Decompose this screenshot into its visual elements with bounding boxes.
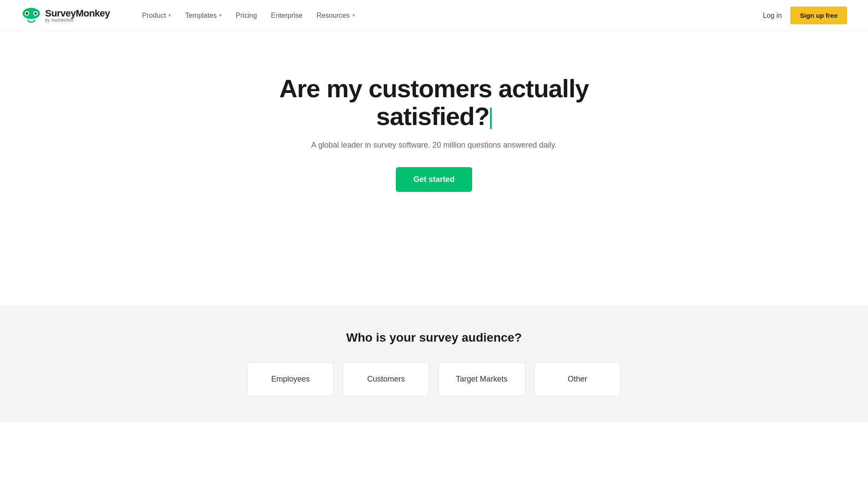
hero-section: Are my customers actually satisfied? A g… bbox=[0, 31, 868, 305]
login-link[interactable]: Log in bbox=[763, 12, 782, 20]
nav-item-resources[interactable]: Resources ▾ bbox=[310, 8, 361, 23]
svg-point-4 bbox=[35, 12, 37, 14]
hero-title-text: Are my customers actually satisfied? bbox=[279, 74, 589, 130]
chevron-down-icon-resources: ▾ bbox=[352, 13, 355, 18]
signup-button[interactable]: Sign up free bbox=[790, 7, 847, 24]
logo-brand-name: SurveyMonkey bbox=[45, 9, 110, 18]
svg-point-3 bbox=[26, 12, 28, 14]
nav-links: Product ▾ Templates ▾ Pricing Enterprise… bbox=[136, 8, 361, 23]
logo-sub-brand: by momentive bbox=[45, 18, 110, 23]
chevron-down-icon-templates: ▾ bbox=[219, 13, 222, 18]
logo-icon bbox=[21, 7, 42, 24]
audience-card-other[interactable]: Other bbox=[534, 362, 621, 396]
audience-card-target-markets[interactable]: Target Markets bbox=[438, 362, 525, 396]
audience-label-target-markets: Target Markets bbox=[456, 375, 507, 383]
chevron-down-icon-product: ▾ bbox=[168, 13, 171, 18]
audience-title: Who is your survey audience? bbox=[346, 331, 522, 345]
audience-label-customers: Customers bbox=[367, 375, 405, 383]
audience-card-customers[interactable]: Customers bbox=[342, 362, 429, 396]
navbar: SurveyMonkey by momentive Product ▾ Temp… bbox=[0, 0, 868, 31]
nav-label-enterprise: Enterprise bbox=[271, 12, 302, 20]
nav-label-pricing: Pricing bbox=[236, 12, 257, 20]
nav-item-enterprise[interactable]: Enterprise bbox=[265, 8, 309, 23]
nav-label-templates: Templates bbox=[185, 12, 217, 20]
nav-label-product: Product bbox=[142, 12, 166, 20]
get-started-button[interactable]: Get started bbox=[396, 167, 472, 192]
audience-section: Who is your survey audience? Employees C… bbox=[0, 305, 868, 422]
logo[interactable]: SurveyMonkey by momentive bbox=[21, 7, 110, 24]
audience-label-employees: Employees bbox=[271, 375, 310, 383]
nav-item-product[interactable]: Product ▾ bbox=[136, 8, 177, 23]
navbar-left: SurveyMonkey by momentive Product ▾ Temp… bbox=[21, 7, 361, 24]
audience-label-other: Other bbox=[568, 375, 587, 383]
nav-label-resources: Resources bbox=[316, 12, 349, 20]
nav-item-templates[interactable]: Templates ▾ bbox=[179, 8, 228, 23]
logo-text: SurveyMonkey by momentive bbox=[45, 9, 110, 23]
audience-cards: Employees Customers Target Markets Other bbox=[247, 362, 621, 396]
hero-subtitle: A global leader in survey software. 20 m… bbox=[311, 141, 557, 150]
text-cursor bbox=[490, 108, 492, 129]
navbar-right: Log in Sign up free bbox=[763, 7, 847, 24]
hero-title: Are my customers actually satisfied? bbox=[239, 75, 629, 130]
nav-item-pricing[interactable]: Pricing bbox=[230, 8, 263, 23]
audience-card-employees[interactable]: Employees bbox=[247, 362, 334, 396]
